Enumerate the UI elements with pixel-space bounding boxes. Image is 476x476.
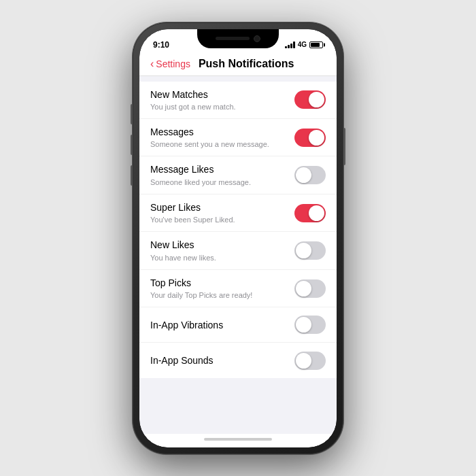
screen: 9:10 4G ‹ Se — [139, 29, 337, 447]
status-icons: 4G — [285, 41, 323, 48]
item-subtitle-message-likes: Someone liked your message. — [150, 177, 294, 187]
toggle-in-app-sounds[interactable] — [294, 352, 326, 370]
item-title-new-matches: New Matches — [150, 88, 294, 101]
battery-fill — [311, 43, 320, 47]
phone-frame: 9:10 4G ‹ Se — [133, 22, 343, 454]
toggle-top-picks[interactable] — [294, 279, 326, 298]
page-title: Push Notifications — [199, 58, 294, 70]
item-subtitle-top-picks: Your daily Top Picks are ready! — [150, 290, 294, 300]
camera — [254, 35, 260, 42]
item-title-new-likes: New Likes — [150, 239, 294, 251]
settings-item-message-likes: Message LikesSomeone liked your message. — [139, 156, 337, 194]
home-indicator — [139, 434, 337, 447]
toggle-new-likes[interactable] — [294, 241, 326, 260]
notch — [197, 29, 279, 48]
toggle-super-likes[interactable] — [294, 204, 326, 222]
settings-item-new-likes: New LikesYou have new likes. — [139, 232, 337, 269]
item-subtitle-messages: Someone sent you a new message. — [150, 139, 294, 149]
settings-item-top-picks: Top PicksYour daily Top Picks are ready! — [139, 270, 337, 307]
item-title-message-likes: Message Likes — [150, 163, 294, 175]
settings-item-messages: MessagesSomeone sent you a new message. — [139, 119, 337, 156]
item-title-super-likes: Super Likes — [150, 201, 294, 214]
settings-content: New MatchesYou just got a new match.Mess… — [139, 76, 337, 434]
toggle-thumb-new-matches — [309, 92, 324, 107]
toggle-thumb-message-likes — [296, 167, 311, 183]
signal-bars-icon — [285, 41, 295, 48]
settings-item-super-likes: Super LikesYou've been Super Liked. — [139, 194, 337, 232]
item-title-in-app-sounds: In-App Sounds — [150, 354, 294, 367]
status-time: 9:10 — [153, 40, 169, 50]
toggle-thumb-messages — [309, 130, 324, 146]
toggle-thumb-super-likes — [309, 205, 324, 221]
navigation-bar: ‹ Settings Push Notifications — [139, 52, 337, 76]
item-subtitle-new-matches: You just got a new match. — [150, 102, 294, 112]
phone-inner: 9:10 4G ‹ Se — [139, 29, 337, 447]
back-label: Settings — [156, 58, 190, 69]
item-title-top-picks: Top Picks — [150, 277, 294, 289]
settings-item-new-matches: New MatchesYou just got a new match. — [139, 82, 337, 119]
item-title-messages: Messages — [150, 126, 294, 138]
settings-group: New MatchesYou just got a new match.Mess… — [139, 82, 337, 379]
settings-item-in-app-vibrations: In-App Vibrations — [139, 307, 337, 343]
battery-icon — [309, 41, 323, 48]
toggle-messages[interactable] — [294, 129, 326, 147]
item-subtitle-super-likes: You've been Super Liked. — [150, 215, 294, 224]
toggle-thumb-in-app-sounds — [296, 353, 311, 369]
back-chevron-icon: ‹ — [150, 58, 154, 69]
home-bar — [204, 438, 272, 441]
toggle-in-app-vibrations[interactable] — [294, 316, 326, 334]
network-type: 4G — [298, 41, 307, 48]
toggle-message-likes[interactable] — [294, 166, 326, 184]
item-title-in-app-vibrations: In-App Vibrations — [150, 319, 294, 331]
settings-item-in-app-sounds: In-App Sounds — [139, 343, 337, 378]
back-button[interactable]: ‹ Settings — [150, 58, 190, 69]
toggle-new-matches[interactable] — [294, 90, 326, 109]
speaker — [216, 37, 250, 40]
toggle-thumb-top-picks — [296, 281, 311, 296]
item-subtitle-new-likes: You have new likes. — [150, 253, 294, 262]
toggle-thumb-new-likes — [296, 243, 311, 258]
toggle-thumb-in-app-vibrations — [296, 317, 311, 333]
